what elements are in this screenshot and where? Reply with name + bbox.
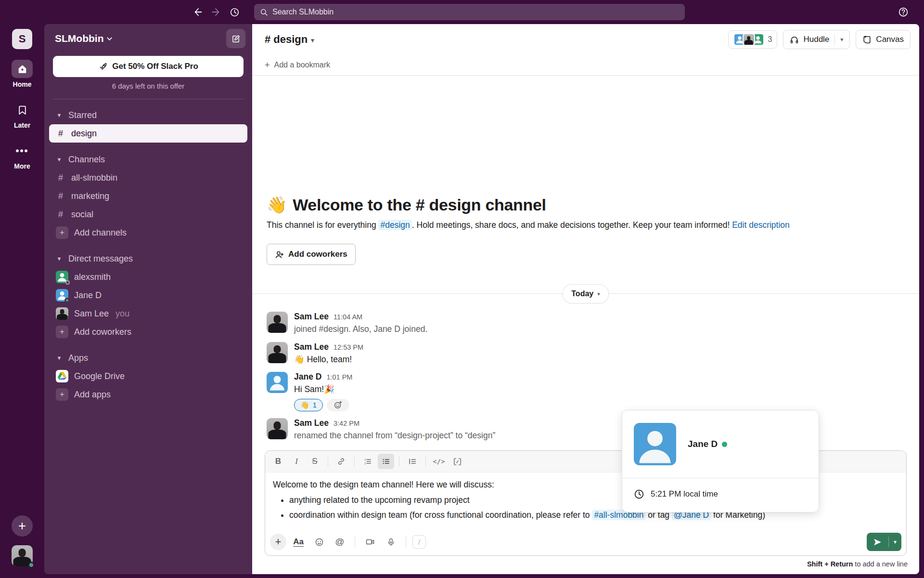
composer-actions-bar: + Aa @ / bbox=[265, 529, 906, 555]
add-channels-button[interactable]: + Add channels bbox=[49, 223, 247, 242]
send-button-group[interactable]: ▾ bbox=[867, 533, 901, 551]
strikethrough-button[interactable]: S bbox=[307, 454, 323, 469]
hash-icon: # bbox=[56, 129, 65, 139]
message-pane[interactable]: 👋 Welcome to the # design channel This c… bbox=[252, 76, 919, 574]
avatar[interactable] bbox=[267, 342, 288, 363]
ellipsis-icon: ••• bbox=[12, 142, 33, 160]
create-new-button[interactable]: + bbox=[12, 515, 33, 537]
blockquote-button[interactable] bbox=[404, 454, 421, 469]
sidebar-channel-social[interactable]: # social bbox=[49, 205, 247, 223]
avatar[interactable] bbox=[267, 418, 288, 439]
formatting-toggle-button[interactable]: Aa bbox=[290, 534, 307, 550]
message-timestamp[interactable]: 1:01 PM bbox=[326, 373, 352, 381]
search-input[interactable]: Search SLMobbin bbox=[254, 4, 685, 20]
add-apps-button[interactable]: + Add apps bbox=[49, 385, 247, 404]
rail-item-home[interactable]: Home bbox=[12, 60, 33, 88]
offer-countdown: 6 days left on this offer bbox=[53, 82, 244, 90]
add-bookmark-button[interactable]: + Add a bookmark bbox=[252, 55, 919, 76]
emoji-button[interactable] bbox=[310, 534, 328, 550]
rail-item-later[interactable]: Later bbox=[12, 101, 33, 129]
add-reaction-button[interactable] bbox=[327, 399, 349, 411]
link-button[interactable] bbox=[333, 454, 349, 469]
clock-icon bbox=[634, 489, 644, 499]
code-block-button[interactable] bbox=[449, 454, 465, 469]
sidebar-channel-marketing[interactable]: # marketing bbox=[49, 187, 247, 205]
channel-title-button[interactable]: # design ▾ bbox=[265, 33, 314, 46]
chevron-down-icon: ▾ bbox=[840, 36, 843, 43]
message-row[interactable]: Jane D 1:01 PM Hi Sam!🎉 👋 1 bbox=[252, 368, 919, 415]
rail-item-more[interactable]: ••• More bbox=[12, 142, 33, 170]
profile-name[interactable]: Jane D bbox=[688, 439, 718, 449]
emoji-icon bbox=[315, 538, 324, 547]
chevron-down-icon: ▾ bbox=[597, 291, 600, 297]
history-forward-button[interactable] bbox=[207, 3, 225, 21]
user-avatar[interactable] bbox=[12, 545, 33, 566]
newline-hint: Shift + Return to add a new line bbox=[252, 556, 919, 572]
message-timestamp[interactable]: 11:04 AM bbox=[334, 313, 362, 321]
bulleted-list-button[interactable] bbox=[378, 454, 394, 469]
edit-description-link[interactable]: Edit description bbox=[732, 220, 790, 230]
channel-welcome-block: 👋 Welcome to the # design channel This c… bbox=[252, 195, 919, 272]
history-back-button[interactable] bbox=[189, 3, 207, 21]
workspace-menu-button[interactable]: SLMobbin bbox=[55, 33, 113, 44]
avatar[interactable] bbox=[267, 312, 288, 333]
profile-hover-card: Jane D 5:21 PM local time bbox=[622, 410, 819, 512]
message-text: Hi Sam!🎉 bbox=[294, 383, 352, 395]
add-coworkers-button[interactable]: Add coworkers bbox=[267, 244, 356, 265]
presence-offline-icon bbox=[65, 280, 70, 285]
italic-button[interactable]: I bbox=[288, 454, 305, 469]
huddle-button[interactable]: Huddle ▾ bbox=[783, 30, 850, 49]
send-button[interactable] bbox=[867, 533, 888, 551]
message-row[interactable]: Sam Lee 11:04 AM joined #design. Also, J… bbox=[252, 308, 919, 338]
message-author[interactable]: Sam Lee bbox=[294, 418, 329, 428]
rocket-icon bbox=[98, 62, 108, 71]
sidebar-dm-sam-lee[interactable]: Sam Lee you bbox=[49, 304, 247, 323]
section-header-starred[interactable]: ▼ Starred bbox=[49, 106, 247, 124]
history-button[interactable] bbox=[225, 3, 244, 21]
message-timestamp[interactable]: 12:53 PM bbox=[334, 343, 363, 351]
divider bbox=[354, 456, 355, 467]
message-row[interactable]: Sam Lee 12:53 PM 👋 Hello, team! bbox=[252, 339, 919, 368]
workspace-switcher[interactable]: S bbox=[12, 29, 32, 49]
section-header-apps[interactable]: ▼ Apps bbox=[49, 349, 247, 367]
upgrade-pro-button[interactable]: Get 50% Off Slack Pro bbox=[53, 56, 244, 77]
attach-button[interactable]: + bbox=[270, 534, 286, 550]
ordered-list-icon: 12 bbox=[363, 457, 372, 466]
profile-avatar[interactable] bbox=[634, 423, 676, 465]
svg-text:1: 1 bbox=[364, 458, 366, 461]
canvas-button[interactable]: Canvas bbox=[856, 30, 911, 49]
sidebar-app-google-drive[interactable]: Google Drive bbox=[49, 367, 247, 385]
message-author[interactable]: Sam Lee bbox=[294, 312, 329, 322]
message-timestamp[interactable]: 3:42 PM bbox=[334, 420, 359, 427]
bold-button[interactable]: B bbox=[270, 454, 286, 469]
sidebar-dm-jane-d[interactable]: Jane D bbox=[49, 286, 247, 304]
date-pill-button[interactable]: Today ▾ bbox=[562, 284, 609, 303]
avatar[interactable] bbox=[267, 372, 288, 393]
mention-button[interactable]: @ bbox=[331, 534, 348, 550]
reaction-pill[interactable]: 👋 1 bbox=[294, 399, 323, 411]
message-author[interactable]: Jane D bbox=[294, 372, 321, 382]
help-button[interactable] bbox=[894, 3, 912, 21]
slash-commands-button[interactable]: / bbox=[412, 535, 426, 549]
channel-link[interactable]: #design bbox=[378, 220, 411, 230]
audio-clip-button[interactable] bbox=[382, 534, 399, 550]
google-drive-icon bbox=[56, 370, 68, 382]
sidebar-dm-alexsmith[interactable]: alexsmith bbox=[49, 268, 247, 286]
message-text: renamed the channel from “design-project… bbox=[294, 430, 495, 441]
add-coworkers-sidebar-button[interactable]: + Add coworkers bbox=[49, 323, 247, 341]
message-text: 👋 Hello, team! bbox=[294, 354, 363, 365]
new-message-button[interactable] bbox=[226, 29, 245, 48]
sidebar-channel-design[interactable]: # design bbox=[49, 124, 247, 143]
video-clip-button[interactable] bbox=[361, 534, 379, 550]
message-row[interactable]: Sam Lee 3:42 PM renamed the channel from… bbox=[252, 415, 919, 445]
sidebar-channel-all-slmobbin[interactable]: # all-slmobbin bbox=[49, 169, 247, 187]
presence-online-icon bbox=[722, 442, 727, 447]
section-header-dms[interactable]: ▼ Direct messages bbox=[49, 250, 247, 268]
ordered-list-button[interactable]: 12 bbox=[359, 454, 376, 469]
inline-code-button[interactable]: </> bbox=[431, 454, 447, 469]
channel-members-button[interactable]: 3 bbox=[728, 30, 778, 49]
divider bbox=[399, 456, 399, 467]
send-options-button[interactable]: ▾ bbox=[889, 539, 901, 545]
message-author[interactable]: Sam Lee bbox=[294, 342, 329, 352]
section-header-channels[interactable]: ▼ Channels bbox=[49, 150, 247, 169]
